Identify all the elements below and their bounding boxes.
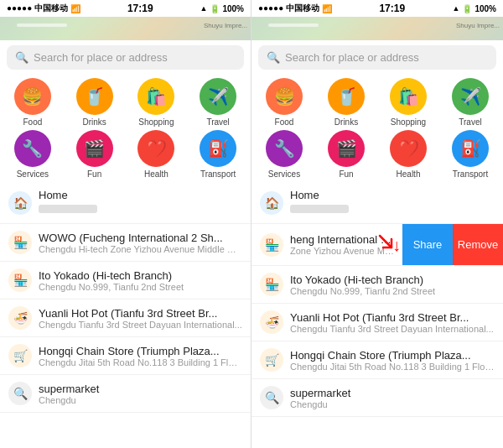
transport-icon-right: ⛽ <box>452 130 489 167</box>
place-yuanli-left[interactable]: 🍜 Yuanli Hot Pot (Tianfu 3rd Street Br..… <box>0 300 251 337</box>
fun-label-left: Fun <box>87 169 101 179</box>
ito-addr-left: Chengdu No.999, Tianfu 2nd Street <box>39 282 242 292</box>
place-wowo-right[interactable]: ↓ 🏪 heng International 2 Sh... Zone Yizh… <box>252 224 503 266</box>
place-ito-right[interactable]: 🏪 Ito Yokado (Hi-tech Branch) Chengdu No… <box>252 266 503 304</box>
home-addr-left <box>39 205 97 213</box>
services-icon-right: 🔧 <box>266 130 303 167</box>
battery-icon-right: 🔋 <box>462 4 472 13</box>
cat-travel-right[interactable]: ✈️ Travel <box>441 78 500 127</box>
supermarket-info-right: supermarket Chengdu <box>290 387 495 409</box>
hongqi-info-left: Hongqi Chain Store (Triumph Plaza... Che… <box>39 345 242 367</box>
status-bar-left: ●●●●● 中国移动 📶 17:19 ▲ 🔋 100% <box>0 0 251 17</box>
place-supermarket-left[interactable]: 🔍 supermarket Chengdu <box>0 375 251 413</box>
place-wowo-left[interactable]: 🏪 WOWO (Fucheng International 2 Sh... Ch… <box>0 224 251 262</box>
place-hongqi-left[interactable]: 🛒 Hongqi Chain Store (Triumph Plaza... C… <box>0 337 251 375</box>
health-label-right: Health <box>397 169 421 179</box>
cat-transport-right[interactable]: ⛽ Transport <box>441 130 500 179</box>
services-label-right: Services <box>268 169 300 179</box>
hongqi-addr-right: Chengdu Jitai 5th Road No.118 3 Building… <box>290 362 495 372</box>
services-icon-left: 🔧 <box>14 130 51 167</box>
home-name-right: Home <box>290 189 495 201</box>
cat-fun-right[interactable]: 🎬 Fun <box>317 130 376 179</box>
status-bar-right: ●●●●● 中国移动 📶 17:19 ▲ 🔋 100% <box>252 0 503 17</box>
health-icon-left: ❤️ <box>137 130 174 167</box>
cat-drinks-right[interactable]: 🥤 Drinks <box>317 78 376 127</box>
yuanli-addr-right: Chengdu Tianfu 3rd Street Dayuan Interna… <box>290 324 495 334</box>
cat-food-left[interactable]: 🍔 Food <box>3 78 62 127</box>
carrier-left: ●●●●● 中国移动 <box>7 3 68 14</box>
search-icon-right: 🔍 <box>267 51 280 64</box>
yuanli-info-right: Yuanli Hot Pot (Tianfu 3rd Street Br... … <box>290 311 495 334</box>
place-hongqi-right[interactable]: 🛒 Hongqi Chain Store (Triumph Plaza... C… <box>252 341 503 379</box>
supermarket-addr-right: Chengdu <box>290 399 495 409</box>
place-home-right[interactable]: 🏠 Home <box>252 182 503 224</box>
hongqi-addr-left: Chengdu Jitai 5th Road No.118 3 Building… <box>39 357 242 367</box>
cat-services-right[interactable]: 🔧 Services <box>255 130 314 179</box>
supermarket-info-left: supermarket Chengdu <box>39 383 242 405</box>
supermarket-icon-left: 🔍 <box>8 382 32 405</box>
wowo-addr-left: Chengdu Hi-tech Zone Yizhou Avenue Middl… <box>39 244 242 254</box>
map-watermark-right: Shuyu Impre... <box>456 22 500 29</box>
ito-info-right: Ito Yokado (Hi-tech Branch) Chengdu No.9… <box>290 273 495 296</box>
wowo-icon-left: 🏪 <box>8 231 32 254</box>
cat-shopping-left[interactable]: 🛍️ Shopping <box>127 78 186 127</box>
ito-name-left: Ito Yokado (Hi-tech Branch) <box>39 269 242 282</box>
supermarket-addr-left: Chengdu <box>39 395 242 405</box>
home-icon-right: 🏠 <box>260 191 283 215</box>
place-home-left[interactable]: 🏠 Home <box>0 182 251 224</box>
remove-button[interactable]: Remove <box>453 224 503 265</box>
search-bar-right[interactable]: 🔍 Search for place or address <box>258 45 496 70</box>
wowo-info-left: WOWO (Fucheng International 2 Sh... Chen… <box>39 232 242 254</box>
home-icon-left: 🏠 <box>8 191 32 215</box>
map-left: Shuyu Impre... <box>0 17 251 40</box>
place-supermarket-right[interactable]: 🔍 supermarket Chengdu <box>252 379 503 417</box>
search-bar-left[interactable]: 🔍 Search for place or address <box>7 45 244 70</box>
wifi-icon-right: 📶 <box>322 4 332 13</box>
search-icon-left: 🔍 <box>15 51 29 64</box>
food-icon-left: 🍔 <box>14 78 51 115</box>
services-label-left: Services <box>17 169 49 179</box>
cat-health-left[interactable]: ❤️ Health <box>127 130 186 179</box>
yuanli-icon-left: 🍜 <box>8 306 32 330</box>
battery-pct-left: 100% <box>222 4 244 13</box>
cat-transport-left[interactable]: ⛽ Transport <box>189 130 247 179</box>
wifi-icon-left: 📶 <box>70 4 80 13</box>
left-panel: ●●●●● 中国移动 📶 17:19 ▲ 🔋 100% Shuyu Impre.… <box>0 0 252 448</box>
hongqi-info-right: Hongqi Chain Store (Triumph Plaza... Che… <box>290 349 495 372</box>
travel-icon-left: ✈️ <box>200 78 236 115</box>
cat-health-right[interactable]: ❤️ Health <box>379 130 438 179</box>
shopping-icon-left: 🛍️ <box>137 78 174 115</box>
fun-icon-right: 🎬 <box>328 130 365 167</box>
cat-drinks-left[interactable]: 🥤 Drinks <box>65 78 124 127</box>
supermarket-icon-right: 🔍 <box>260 386 283 409</box>
hongqi-name-left: Hongqi Chain Store (Triumph Plaza... <box>39 345 242 357</box>
supermarket-name-right: supermarket <box>290 387 495 399</box>
health-label-left: Health <box>144 169 169 179</box>
cat-fun-left[interactable]: 🎬 Fun <box>65 130 124 179</box>
arrow-icon <box>373 229 398 254</box>
share-button[interactable]: Share <box>402 224 453 265</box>
status-left: ●●●●● 中国移动 📶 <box>7 3 80 14</box>
ito-addr-right: Chengdu No.999, Tianfu 2nd Street <box>290 286 495 296</box>
food-label-left: Food <box>23 117 42 127</box>
cat-travel-left[interactable]: ✈️ Travel <box>189 78 247 127</box>
ito-name-right: Ito Yokado (Hi-tech Branch) <box>290 273 495 286</box>
status-right-right: ▲ 🔋 100% <box>453 4 497 13</box>
map-right: Shuyu Impre... <box>252 17 503 40</box>
battery-icon-left: 🔋 <box>210 4 220 13</box>
drinks-icon-right: 🥤 <box>328 78 365 115</box>
drinks-label-right: Drinks <box>334 117 358 127</box>
shopping-label-right: Shopping <box>391 117 426 127</box>
ito-icon-right: 🏪 <box>260 273 283 296</box>
cat-services-left[interactable]: 🔧 Services <box>3 130 62 179</box>
cat-shopping-right[interactable]: 🛍️ Shopping <box>379 78 438 127</box>
home-name-left: Home <box>39 189 242 201</box>
yuanli-name-right: Yuanli Hot Pot (Tianfu 3rd Street Br... <box>290 311 495 324</box>
fun-icon-left: 🎬 <box>76 130 113 167</box>
place-yuanli-right[interactable]: 🍜 Yuanli Hot Pot (Tianfu 3rd Street Br..… <box>252 304 503 341</box>
swipe-action-buttons: Share Remove <box>402 224 503 265</box>
place-ito-left[interactable]: 🏪 Ito Yokado (Hi-tech Branch) Chengdu No… <box>0 262 251 300</box>
search-placeholder-right: Search for place or address <box>285 51 419 64</box>
cat-food-right[interactable]: 🍔 Food <box>255 78 314 127</box>
hongqi-icon-left: 🛒 <box>8 344 32 367</box>
